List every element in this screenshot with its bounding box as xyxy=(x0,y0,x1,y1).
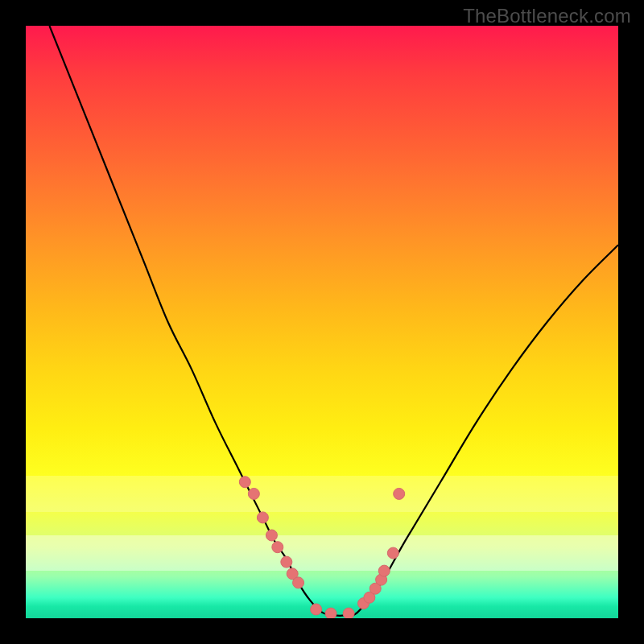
data-marker xyxy=(378,565,390,576)
curve-layer xyxy=(26,26,618,618)
data-marker xyxy=(293,577,304,588)
data-marker xyxy=(394,488,405,499)
marker-group xyxy=(239,477,404,618)
data-marker xyxy=(387,547,398,559)
data-marker xyxy=(266,530,277,541)
data-marker xyxy=(343,608,354,618)
bottleneck-curve xyxy=(49,26,618,616)
chart-frame: TheBottleneck.com xyxy=(0,0,644,644)
data-marker xyxy=(311,604,322,615)
data-marker xyxy=(248,488,259,499)
data-marker xyxy=(239,477,250,488)
data-marker xyxy=(281,556,292,568)
watermark-text: TheBottleneck.com xyxy=(463,5,631,27)
plot-area xyxy=(26,26,618,618)
data-marker xyxy=(272,542,283,553)
data-marker xyxy=(325,608,336,618)
data-marker xyxy=(257,512,268,523)
